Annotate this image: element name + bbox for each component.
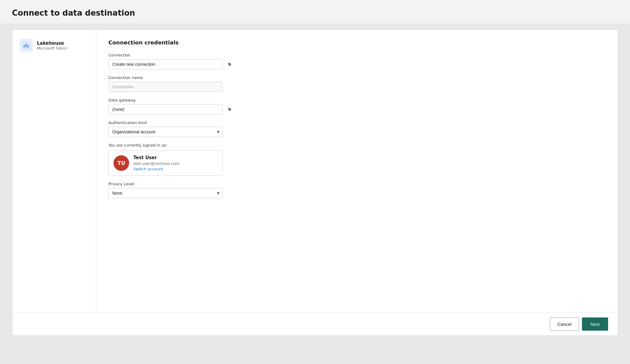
connection-name-group: Connection name [108,75,606,92]
auth-kind-select-wrapper: Organizational account ▼ [108,127,223,137]
connection-label: Connection [108,53,606,57]
dialog-card: Lakehouse Microsoft Fabric Connection cr… [12,29,618,336]
page-header: Connect to data destination [0,0,630,23]
sidebar-labels: Lakehouse Microsoft Fabric [37,41,68,50]
data-gateway-select-wrapper: (none) ▼ ↻ [108,104,234,114]
lakehouse-icon [20,39,33,52]
main-area: Lakehouse Microsoft Fabric Connection cr… [0,23,630,364]
page-title: Connect to data destination [12,8,135,17]
privacy-level-label: Privacy Level [108,182,606,186]
dialog-footer: Cancel Next [12,312,618,335]
svg-rect-2 [25,47,26,48]
connection-name-input[interactable] [108,82,223,92]
sidebar: Lakehouse Microsoft Fabric [12,30,96,312]
section-title: Connection credentials [108,39,606,46]
user-info: Test User test.user@contoso.com Switch a… [133,155,179,171]
switch-account-link[interactable]: Switch account [133,167,179,171]
sidebar-service-sub: Microsoft Fabric [37,46,68,50]
privacy-level-select[interactable]: None [108,188,223,198]
data-gateway-group: Data gateway (none) ▼ ↻ [108,98,606,114]
next-button[interactable]: Next [582,317,608,331]
auth-kind-label: Authentication kind [108,120,606,125]
auth-kind-group: Authentication kind Organizational accou… [108,120,606,137]
sidebar-service-name: Lakehouse [37,41,68,46]
gateway-refresh-button[interactable]: ↻ [225,105,234,114]
signed-in-label: You are currently signed in as: [108,143,606,147]
data-gateway-label: Data gateway [108,98,606,102]
svg-rect-3 [26,46,27,47]
connection-select[interactable]: Create new connection [108,59,223,69]
auth-kind-select[interactable]: Organizational account [108,127,223,137]
connection-group: Connection Create new connection ▼ ↻ [108,53,606,69]
cancel-button[interactable]: Cancel [550,317,579,331]
connection-refresh-button[interactable]: ↻ [225,60,234,69]
sidebar-item-lakehouse: Lakehouse Microsoft Fabric [20,39,89,52]
refresh-icon: ↻ [228,62,232,67]
user-email: test.user@contoso.com [133,161,179,166]
data-gateway-select[interactable]: (none) [108,104,223,114]
content-area: Connection credentials Connection Create… [96,30,618,312]
dialog-body: Lakehouse Microsoft Fabric Connection cr… [12,30,618,312]
connection-select-wrapper: Create new connection ▼ ↻ [108,59,234,69]
avatar: TU [114,155,129,171]
user-name: Test User [133,155,179,160]
privacy-level-select-wrapper: None ▼ [108,188,223,198]
signed-in-group: You are currently signed in as: TU Test … [108,143,606,176]
privacy-level-group: Privacy Level None ▼ [108,182,606,198]
svg-rect-0 [22,41,30,50]
user-card: TU Test User test.user@contoso.com Switc… [108,150,223,176]
refresh-icon-gateway: ↻ [228,107,232,112]
connection-name-label: Connection name [108,75,606,80]
